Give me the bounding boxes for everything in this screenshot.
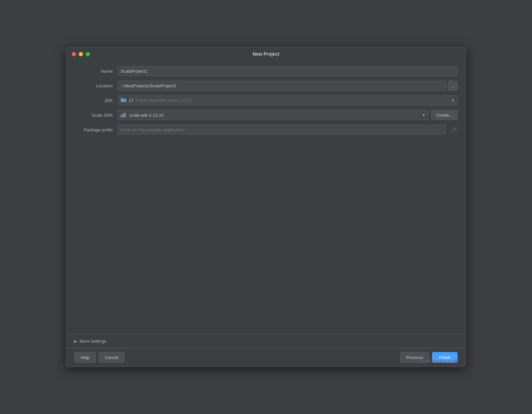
svg-rect-3 [121,115,122,117]
jdk-select[interactable]: 17 Oracle OpenJDK version 17.0.2 ▼ [118,95,458,105]
scala-sdk-label: Scala SDK: [74,113,118,118]
bottom-left-buttons: Help Cancel [74,352,125,363]
minimize-button[interactable] [79,52,83,56]
scala-sdk-value: scala-sdk-2.13.10 [129,113,164,118]
scala-sdk-select[interactable]: scala-sdk-2.13.10 ▼ [118,110,428,120]
create-button[interactable]: Create... [431,110,458,120]
browse-button[interactable]: ... [448,81,458,91]
svg-rect-5 [123,113,124,117]
more-settings-label: More Settings [80,339,106,344]
scala-sdk-inner: scala-sdk-2.13.10 ▼ Create... [118,110,458,120]
location-row-inner: ... [118,81,458,91]
bottom-bar: Help Cancel Previous Finish [66,348,466,367]
name-row: Name: [74,66,458,76]
jdk-folder-icon [121,98,127,103]
name-input[interactable] [118,66,458,76]
svg-rect-4 [122,114,123,117]
cancel-button[interactable]: Cancel [99,352,125,363]
package-prefix-label: Package prefix: [74,127,118,132]
close-button[interactable] [72,52,76,56]
help-button[interactable]: Help [74,352,96,363]
package-prefix-input[interactable] [118,125,446,135]
jdk-version: 17 [129,98,133,103]
location-label: Location: [74,83,118,88]
scala-sdk-select-wrapper: scala-sdk-2.13.10 ▼ [118,110,428,120]
package-prefix-row: Package prefix: ? [74,125,458,135]
package-prefix-inner: ? [118,125,458,135]
scala-sdk-row: Scala SDK: scala-sdk-2.1 [74,110,458,120]
new-project-dialog: New Project Name: Location: ... JDK: [66,47,466,367]
watermark: CSDN @扣秋吹去巴黎 [421,359,458,364]
maximize-button[interactable] [86,52,90,56]
traffic-lights [72,52,90,56]
name-label: Name: [74,69,118,74]
scala-sdk-arrow: ▼ [422,113,425,117]
jdk-dropdown-arrow: ▼ [451,99,455,102]
more-settings: ▶ More Settings [66,334,466,348]
svg-rect-6 [125,113,126,117]
location-row: Location: ... [74,81,458,91]
form-spacer [74,139,458,329]
jdk-description: Oracle OpenJDK version 17.0.2 [135,98,192,103]
more-settings-chevron: ▶ [74,339,77,343]
titlebar: New Project [66,47,466,61]
dialog-title: New Project [253,51,279,57]
more-settings-toggle[interactable]: ▶ More Settings [74,339,458,344]
jdk-row: JDK: 17 Oracle OpenJDK version 17.0.2 ▼ [74,95,458,105]
jdk-label: JDK: [74,98,118,103]
help-icon-circle[interactable]: ? [451,126,458,133]
scala-sdk-icon [121,113,126,117]
location-input[interactable] [118,81,447,91]
form-area: Name: Location: ... JDK: [66,61,466,334]
